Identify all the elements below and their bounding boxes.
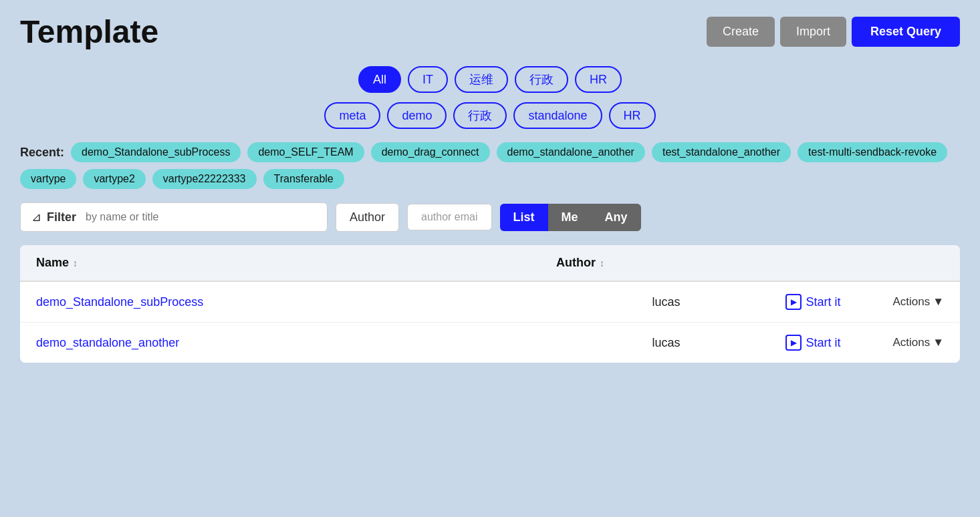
tab-xingzheng1[interactable]: 行政 <box>515 66 568 93</box>
recent-section: Recent: demo_Standalone_subProcess demo_… <box>20 142 960 189</box>
start-it-button-0[interactable]: ▶ Start it <box>785 294 892 310</box>
author-sort-icon[interactable]: ↕ <box>600 258 604 269</box>
col-author-header: Author ↕ <box>556 256 757 270</box>
table-row: demo_Standalone_subProcess lucas ▶ Start… <box>20 282 960 323</box>
recent-chip-2[interactable]: demo_drag_connect <box>371 142 490 162</box>
tab-yunwei[interactable]: 运维 <box>455 66 508 93</box>
play-icon-0: ▶ <box>785 294 802 310</box>
view-me-button[interactable]: Me <box>548 204 592 231</box>
start-it-button-1[interactable]: ▶ Start it <box>785 335 892 351</box>
recent-chip-8[interactable]: vartype22222333 <box>152 169 257 189</box>
tab-demo[interactable]: demo <box>387 102 447 129</box>
tab-it[interactable]: IT <box>408 66 448 93</box>
create-button[interactable]: Create <box>707 17 775 47</box>
play-icon-1: ▶ <box>785 335 802 351</box>
recent-chip-7[interactable]: vartype2 <box>83 169 145 189</box>
recent-chip-1[interactable]: demo_SELF_TEAM <box>247 142 364 162</box>
table-header: Name ↕ Author ↕ <box>20 245 960 282</box>
recent-chip-6[interactable]: vartype <box>20 169 76 189</box>
template-name-0[interactable]: demo_Standalone_subProcess <box>36 295 652 309</box>
templates-table: Name ↕ Author ↕ demo_Standalone_subProce… <box>20 245 960 363</box>
header-actions: Create Import Reset Query <box>707 17 960 47</box>
view-toggle: List Me Any <box>500 204 641 231</box>
table-row: demo_standalone_another lucas ▶ Start it… <box>20 323 960 363</box>
name-sort-icon[interactable]: ↕ <box>73 258 78 269</box>
page-header: Template Create Import Reset Query <box>20 13 960 50</box>
secondary-filter-tabs: meta demo 行政 standalone HR <box>20 102 960 129</box>
reset-query-button[interactable]: Reset Query <box>852 17 960 47</box>
actions-chevron-icon-1: ▼ <box>933 336 944 349</box>
search-input[interactable] <box>86 211 316 223</box>
page-title: Template <box>20 13 158 50</box>
tab-hr2[interactable]: HR <box>609 102 656 129</box>
actions-chevron-icon-0: ▼ <box>933 295 944 309</box>
view-any-button[interactable]: Any <box>592 204 641 231</box>
primary-filter-tabs: All IT 运维 行政 HR <box>20 66 960 93</box>
filter-input-container: ⊿ Filter <box>20 202 328 232</box>
author-email-input[interactable]: author emai <box>407 204 492 230</box>
filter-bar: ⊿ Filter Author author emai List Me Any <box>20 202 960 232</box>
col-name-header: Name ↕ <box>36 256 556 270</box>
filter-label: Filter <box>47 210 76 224</box>
tab-all[interactable]: All <box>358 66 401 93</box>
actions-button-1[interactable]: Actions ▼ <box>892 336 944 349</box>
recent-chip-4[interactable]: test_standalone_another <box>652 142 791 162</box>
tab-xingzheng2[interactable]: 行政 <box>453 102 507 129</box>
recent-chip-3[interactable]: demo_standalone_another <box>497 142 645 162</box>
import-button[interactable]: Import <box>780 17 846 47</box>
template-name-1[interactable]: demo_standalone_another <box>36 336 652 350</box>
recent-chip-9[interactable]: Transferable <box>263 169 344 189</box>
filter-icon: ⊿ <box>31 210 41 224</box>
template-author-0: lucas <box>652 295 785 309</box>
view-list-button[interactable]: List <box>500 204 548 231</box>
tab-standalone[interactable]: standalone <box>513 102 602 129</box>
recent-label: Recent: <box>20 146 64 160</box>
author-label: Author <box>336 203 399 232</box>
actions-button-0[interactable]: Actions ▼ <box>892 295 944 309</box>
tab-hr1[interactable]: HR <box>575 66 622 93</box>
recent-chip-5[interactable]: test-multi-sendback-revoke <box>798 142 947 162</box>
recent-chip-0[interactable]: demo_Standalone_subProcess <box>71 142 241 162</box>
template-author-1: lucas <box>652 336 785 350</box>
tab-meta[interactable]: meta <box>324 102 380 129</box>
